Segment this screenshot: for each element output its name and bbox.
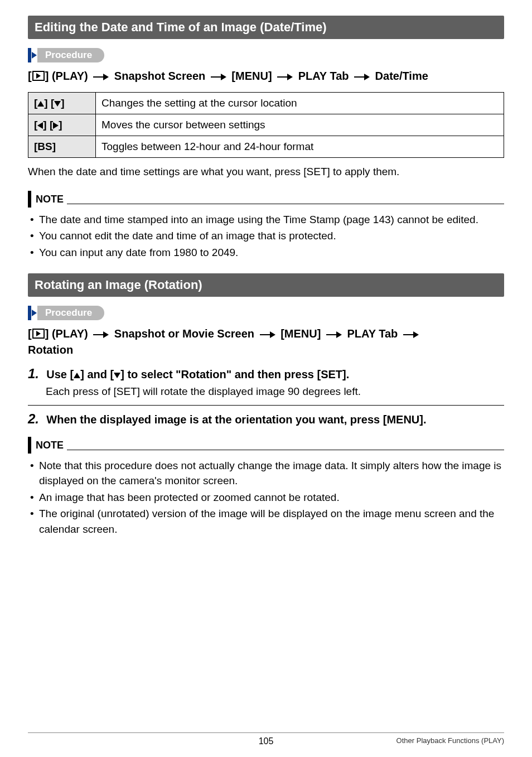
nav-path-rotation: [] (PLAY) Snapshot or Movie Screen [MENU… [28,326,504,358]
note-rule [67,203,504,204]
right-icon [53,122,59,129]
step-2: 2. When the displayed image is at the or… [28,411,504,427]
step-divider [28,405,504,406]
arrow-icon [326,331,342,338]
table-row: [BS] Toggles between 12-hour and 24-hour… [28,136,504,158]
key-cell: [] [] [28,114,96,136]
note-list: The date and time stamped into an image … [28,212,504,261]
list-item: Note that this procedure does not actual… [29,458,504,489]
txt: ] [ [44,97,54,109]
txt: ] [59,119,62,131]
path-play: ] (PLAY) [45,70,88,82]
path-seg: [MENU] [280,327,321,340]
note-label: NOTE [36,194,64,208]
list-item: An image that has been protected or zoom… [29,490,504,505]
down-icon [54,101,61,107]
section-title-datetime: Editing the Date and Time of an Image (D… [28,16,504,39]
procedure-label: Procedure [37,48,104,62]
down-icon [114,373,120,378]
page-number: 105 [259,736,274,746]
path-seg: PLAY Tab [347,327,398,340]
step-head: Use [] and [] to select "Rotation" and t… [46,368,349,380]
list-item: The original (unrotated) version of the … [29,506,504,537]
procedure-accent-bar [28,48,31,62]
list-item: You can input any date from 1980 to 2049… [29,245,504,261]
play-icon [32,71,45,81]
list-item: You cannot edit the date and time of an … [29,228,504,244]
arrow-icon [354,74,370,80]
key-table: [] [] Changes the setting at the cursor … [28,92,504,158]
nav-path-datetime: [] (PLAY) Snapshot Screen [MENU] PLAY Ta… [28,68,504,84]
procedure-heading: Procedure [28,306,504,320]
step-1: 1. Use [] and [] to select "Rotation" an… [28,366,504,399]
arrow-icon [277,74,293,80]
step-number: 1. [28,366,43,382]
path-play: ] (PLAY) [45,327,88,340]
table-row: [] [] Moves the cursor between settings [28,114,504,136]
path-seg: PLAY Tab [298,70,349,82]
path-seg: Date/Time [375,70,428,82]
note-heading: NOTE [28,437,504,454]
list-item: The date and time stamped into an image … [29,212,504,228]
note-list: Note that this procedure does not actual… [28,458,504,537]
up-icon [37,101,44,107]
key-cell: [BS] [28,136,96,158]
body-text: When the date and time settings are what… [28,165,504,180]
arrow-icon [93,331,109,338]
arrow-icon [93,74,109,80]
step-head: When the displayed image is at the orien… [46,413,426,426]
value-cell: Moves the cursor between settings [96,114,504,136]
txt: ] and [ [80,368,114,380]
procedure-heading: Procedure [28,48,504,62]
value-cell: Changes the setting at the cursor locati… [96,93,504,114]
path-seg: Snapshot Screen [114,70,205,82]
page-footer: 105 Other Playback Functions (PLAY) [28,732,504,745]
section-title-rotation: Rotating an Image (Rotation) [28,273,504,297]
arrow-icon [403,331,419,338]
value-cell: Toggles between 12-hour and 24-hour form… [96,136,504,158]
procedure-arrow-icon [32,52,37,59]
table-row: [] [] Changes the setting at the cursor … [28,93,504,114]
note-accent-bar [28,191,31,208]
note-accent-bar [28,437,31,454]
step-sub: Each press of [SET] will rotate the disp… [46,384,504,399]
procedure-label: Procedure [37,306,104,320]
note-label: NOTE [36,440,64,454]
txt: ] [ [43,119,53,131]
txt: Use [ [46,368,74,380]
left-icon [37,122,43,129]
path-seg: Rotation [28,344,73,356]
path-bracket: [ [28,327,32,340]
footer-right: Other Playback Functions (PLAY) [396,736,504,745]
note-heading: NOTE [28,191,504,208]
step-number: 2. [28,411,43,427]
key-cell: [] [] [28,93,96,114]
path-seg: [MENU] [231,70,272,82]
txt: ] to select "Rotation" and then press [S… [120,368,349,380]
arrow-icon [260,331,275,338]
arrow-icon [211,74,226,80]
path-bracket: [ [28,70,32,82]
note-rule [67,449,504,450]
up-icon [74,373,80,378]
path-seg: Snapshot or Movie Screen [114,327,254,340]
play-icon [32,329,45,339]
procedure-accent-bar [28,306,31,320]
txt: ] [61,97,64,109]
procedure-arrow-icon [32,310,37,316]
